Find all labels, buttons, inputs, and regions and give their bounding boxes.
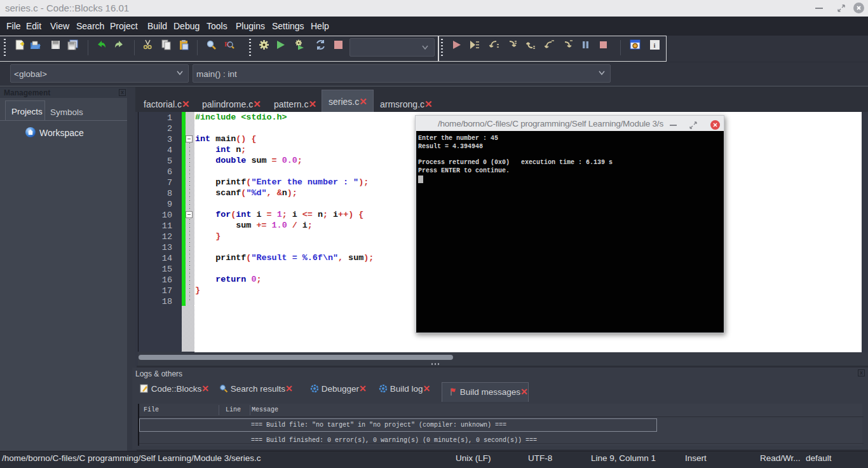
svg-text:i: i	[654, 41, 656, 49]
